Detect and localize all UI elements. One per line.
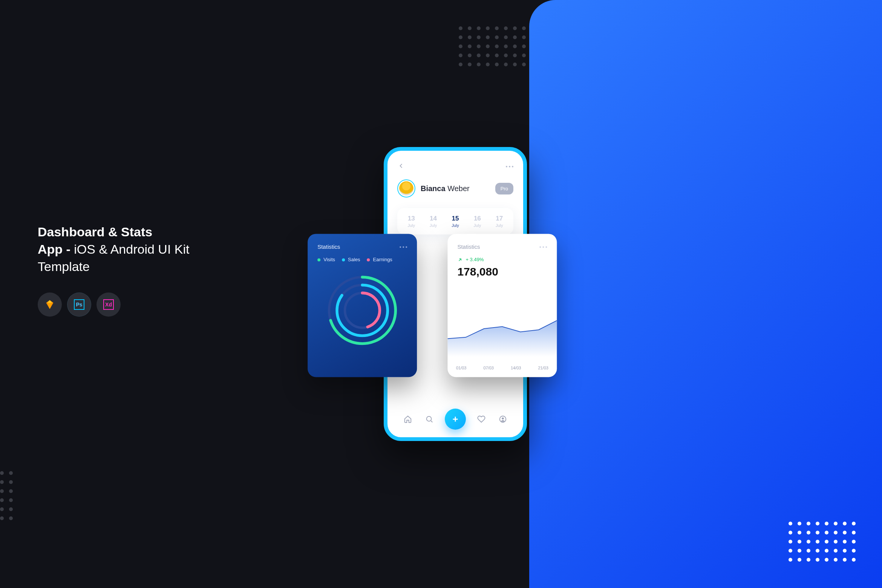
search-icon[interactable] bbox=[423, 413, 435, 425]
stat-value: 178,080 bbox=[457, 265, 547, 278]
x-tick: 07/03 bbox=[483, 366, 494, 370]
headline-bold-2: App - bbox=[38, 242, 74, 256]
heart-icon[interactable] bbox=[475, 413, 487, 425]
pro-badge[interactable]: Pro bbox=[495, 183, 513, 194]
avatar[interactable] bbox=[397, 179, 415, 198]
area-chart bbox=[447, 311, 557, 357]
legend-item: Sales bbox=[342, 257, 360, 262]
sketch-icon bbox=[38, 292, 62, 317]
card-more-icon[interactable] bbox=[400, 246, 407, 248]
chart-legend: VisitsSalesEarnings bbox=[317, 257, 407, 262]
stats-card-area[interactable]: Statistics + 3.49% 178,080 01/0307/0314/… bbox=[447, 234, 557, 377]
x-tick: 01/03 bbox=[456, 366, 467, 370]
date-item[interactable]: 13July bbox=[407, 215, 415, 228]
date-item[interactable]: 16July bbox=[474, 215, 481, 228]
home-icon[interactable] bbox=[402, 413, 414, 425]
date-item[interactable]: 15July bbox=[452, 215, 459, 228]
profile-name: Bianca Weber bbox=[421, 184, 470, 193]
tool-badges: Ps Xd bbox=[38, 292, 204, 317]
phone-topbar bbox=[397, 162, 513, 171]
decorative-dots-right bbox=[789, 522, 856, 562]
decorative-dots-top bbox=[459, 26, 526, 66]
svg-point-0 bbox=[427, 416, 432, 421]
svg-point-2 bbox=[502, 417, 504, 420]
trend-value: + 3.49% bbox=[466, 257, 484, 262]
add-button[interactable] bbox=[445, 409, 466, 430]
legend-item: Visits bbox=[317, 257, 335, 262]
decorative-dots-left bbox=[0, 471, 13, 520]
legend-item: Earnings bbox=[367, 257, 392, 262]
x-axis-labels: 01/0307/0314/0321/03 bbox=[447, 366, 557, 370]
x-tick: 14/03 bbox=[511, 366, 521, 370]
profile-icon[interactable] bbox=[497, 413, 509, 425]
headline-text: Dashboard & Stats App - iOS & Android UI… bbox=[38, 224, 204, 276]
trend-indicator: + 3.49% bbox=[457, 257, 547, 262]
headline: Dashboard & Stats App - iOS & Android UI… bbox=[38, 224, 204, 317]
stats-card-rings[interactable]: Statistics VisitsSalesEarnings bbox=[308, 234, 417, 377]
card-title: Statistics bbox=[317, 243, 340, 250]
date-item[interactable]: 17July bbox=[496, 215, 503, 228]
card-more-icon[interactable] bbox=[539, 246, 547, 248]
more-icon[interactable] bbox=[506, 166, 513, 167]
profile-first: Bianca bbox=[421, 184, 446, 193]
ring-chart bbox=[317, 267, 407, 354]
profile-last: Weber bbox=[447, 184, 470, 193]
xd-icon: Xd bbox=[96, 292, 121, 317]
blue-background-panel bbox=[529, 0, 882, 588]
date-item[interactable]: 14July bbox=[430, 215, 437, 228]
headline-bold-1: Dashboard & Stats bbox=[38, 225, 152, 239]
profile-row: Bianca Weber Pro bbox=[397, 179, 513, 198]
date-picker: 13July14July15July16July17July bbox=[397, 208, 513, 234]
back-button[interactable] bbox=[397, 162, 405, 171]
card-title: Statistics bbox=[457, 243, 480, 250]
x-tick: 21/03 bbox=[538, 366, 548, 370]
tab-bar bbox=[397, 403, 513, 430]
photoshop-icon: Ps bbox=[67, 292, 91, 317]
